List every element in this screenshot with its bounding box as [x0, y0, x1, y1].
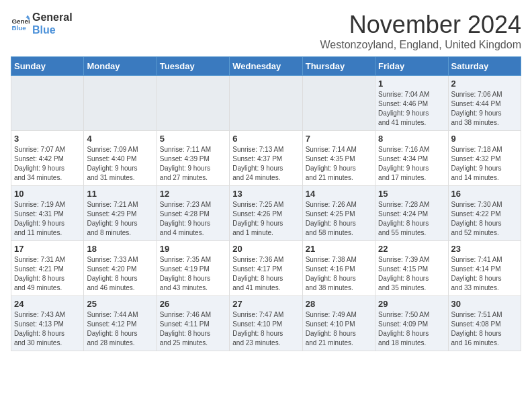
day-info: Sunrise: 7:38 AM Sunset: 4:16 PM Dayligh… — [306, 255, 372, 293]
day-number: 14 — [306, 189, 372, 199]
day-info: Sunrise: 7:49 AM Sunset: 4:10 PM Dayligh… — [306, 310, 372, 348]
logo-icon: General Blue — [11, 14, 30, 33]
day-info: Sunrise: 7:11 AM Sunset: 4:39 PM Dayligh… — [160, 145, 226, 183]
day-number: 23 — [451, 244, 518, 254]
day-number: 2 — [451, 79, 518, 89]
calendar-cell: 29Sunrise: 7:50 AM Sunset: 4:09 PM Dayli… — [375, 296, 448, 351]
calendar-cell: 8Sunrise: 7:16 AM Sunset: 4:34 PM Daylig… — [375, 131, 448, 186]
calendar-week-3: 10Sunrise: 7:19 AM Sunset: 4:31 PM Dayli… — [11, 186, 521, 241]
weekday-header-sunday: Sunday — [11, 57, 84, 76]
day-number: 25 — [87, 299, 153, 309]
day-number: 28 — [306, 299, 372, 309]
day-number: 6 — [232, 134, 299, 144]
day-number: 7 — [306, 134, 372, 144]
day-number: 17 — [14, 244, 81, 254]
weekday-header-saturday: Saturday — [448, 57, 521, 76]
day-info: Sunrise: 7:39 AM Sunset: 4:15 PM Dayligh… — [378, 255, 445, 293]
calendar-cell — [230, 76, 302, 131]
calendar-cell: 10Sunrise: 7:19 AM Sunset: 4:31 PM Dayli… — [11, 186, 84, 241]
day-number: 1 — [378, 79, 445, 89]
month-title: November 2024 — [320, 11, 521, 39]
calendar-cell: 4Sunrise: 7:09 AM Sunset: 4:40 PM Daylig… — [84, 131, 157, 186]
calendar-week-1: 1Sunrise: 7:04 AM Sunset: 4:46 PM Daylig… — [11, 76, 521, 131]
calendar-cell — [302, 76, 375, 131]
day-info: Sunrise: 7:16 AM Sunset: 4:34 PM Dayligh… — [378, 145, 445, 183]
calendar-cell: 22Sunrise: 7:39 AM Sunset: 4:15 PM Dayli… — [375, 241, 448, 296]
day-number: 16 — [451, 189, 518, 199]
logo-blue: Blue — [32, 24, 73, 36]
day-number: 3 — [14, 134, 81, 144]
calendar-cell: 1Sunrise: 7:04 AM Sunset: 4:46 PM Daylig… — [375, 76, 448, 131]
weekday-header-tuesday: Tuesday — [157, 57, 229, 76]
day-info: Sunrise: 7:50 AM Sunset: 4:09 PM Dayligh… — [378, 310, 445, 348]
day-number: 20 — [232, 244, 299, 254]
calendar-cell: 18Sunrise: 7:33 AM Sunset: 4:20 PM Dayli… — [84, 241, 157, 296]
day-number: 15 — [378, 189, 445, 199]
day-number: 8 — [378, 134, 445, 144]
day-number: 11 — [87, 189, 153, 199]
calendar-cell: 20Sunrise: 7:36 AM Sunset: 4:17 PM Dayli… — [230, 241, 302, 296]
day-number: 26 — [160, 299, 226, 309]
header-row: SundayMondayTuesdayWednesdayThursdayFrid… — [11, 57, 521, 76]
calendar-cell — [157, 76, 229, 131]
calendar-cell: 19Sunrise: 7:35 AM Sunset: 4:19 PM Dayli… — [157, 241, 229, 296]
day-number: 22 — [378, 244, 445, 254]
day-info: Sunrise: 7:09 AM Sunset: 4:40 PM Dayligh… — [87, 145, 153, 183]
day-number: 24 — [14, 299, 81, 309]
calendar-cell: 30Sunrise: 7:51 AM Sunset: 4:08 PM Dayli… — [448, 296, 521, 351]
calendar-table: SundayMondayTuesdayWednesdayThursdayFrid… — [11, 56, 521, 351]
calendar-cell: 28Sunrise: 7:49 AM Sunset: 4:10 PM Dayli… — [302, 296, 375, 351]
day-number: 10 — [14, 189, 81, 199]
day-info: Sunrise: 7:23 AM Sunset: 4:28 PM Dayligh… — [160, 200, 226, 238]
day-info: Sunrise: 7:13 AM Sunset: 4:37 PM Dayligh… — [232, 145, 299, 183]
weekday-header-wednesday: Wednesday — [230, 57, 302, 76]
calendar-cell: 24Sunrise: 7:43 AM Sunset: 4:13 PM Dayli… — [11, 296, 84, 351]
location-title: Westonzoyland, England, United Kingdom — [320, 39, 521, 51]
day-info: Sunrise: 7:25 AM Sunset: 4:26 PM Dayligh… — [232, 200, 299, 238]
calendar-week-2: 3Sunrise: 7:07 AM Sunset: 4:42 PM Daylig… — [11, 131, 521, 186]
day-number: 12 — [160, 189, 226, 199]
calendar-cell: 6Sunrise: 7:13 AM Sunset: 4:37 PM Daylig… — [230, 131, 302, 186]
calendar-cell: 26Sunrise: 7:46 AM Sunset: 4:11 PM Dayli… — [157, 296, 229, 351]
calendar-cell: 3Sunrise: 7:07 AM Sunset: 4:42 PM Daylig… — [11, 131, 84, 186]
calendar-cell: 25Sunrise: 7:44 AM Sunset: 4:12 PM Dayli… — [84, 296, 157, 351]
calendar-cell: 14Sunrise: 7:26 AM Sunset: 4:25 PM Dayli… — [302, 186, 375, 241]
calendar-cell: 16Sunrise: 7:30 AM Sunset: 4:22 PM Dayli… — [448, 186, 521, 241]
calendar-cell: 21Sunrise: 7:38 AM Sunset: 4:16 PM Dayli… — [302, 241, 375, 296]
day-info: Sunrise: 7:06 AM Sunset: 4:44 PM Dayligh… — [451, 90, 518, 128]
svg-marker-2 — [26, 15, 30, 18]
calendar-week-5: 24Sunrise: 7:43 AM Sunset: 4:13 PM Dayli… — [11, 296, 521, 351]
day-info: Sunrise: 7:30 AM Sunset: 4:22 PM Dayligh… — [451, 200, 518, 238]
weekday-header-friday: Friday — [375, 57, 448, 76]
logo: General Blue General Blue — [11, 11, 73, 36]
day-number: 29 — [378, 299, 445, 309]
day-info: Sunrise: 7:47 AM Sunset: 4:10 PM Dayligh… — [232, 310, 299, 348]
day-info: Sunrise: 7:14 AM Sunset: 4:35 PM Dayligh… — [306, 145, 372, 183]
weekday-header-monday: Monday — [84, 57, 157, 76]
day-info: Sunrise: 7:07 AM Sunset: 4:42 PM Dayligh… — [14, 145, 81, 183]
day-info: Sunrise: 7:28 AM Sunset: 4:24 PM Dayligh… — [378, 200, 445, 238]
day-info: Sunrise: 7:36 AM Sunset: 4:17 PM Dayligh… — [232, 255, 299, 293]
calendar-cell: 9Sunrise: 7:18 AM Sunset: 4:32 PM Daylig… — [448, 131, 521, 186]
day-number: 13 — [232, 189, 299, 199]
header: General Blue General Blue November 2024 … — [11, 11, 521, 51]
day-number: 27 — [232, 299, 299, 309]
calendar-cell: 15Sunrise: 7:28 AM Sunset: 4:24 PM Dayli… — [375, 186, 448, 241]
day-info: Sunrise: 7:21 AM Sunset: 4:29 PM Dayligh… — [87, 200, 153, 238]
calendar-cell: 2Sunrise: 7:06 AM Sunset: 4:44 PM Daylig… — [448, 76, 521, 131]
day-info: Sunrise: 7:43 AM Sunset: 4:13 PM Dayligh… — [14, 310, 81, 348]
day-number: 5 — [160, 134, 226, 144]
weekday-header-thursday: Thursday — [302, 57, 375, 76]
day-info: Sunrise: 7:33 AM Sunset: 4:20 PM Dayligh… — [87, 255, 153, 293]
calendar-week-4: 17Sunrise: 7:31 AM Sunset: 4:21 PM Dayli… — [11, 241, 521, 296]
day-info: Sunrise: 7:18 AM Sunset: 4:32 PM Dayligh… — [451, 145, 518, 183]
day-number: 18 — [87, 244, 153, 254]
day-info: Sunrise: 7:26 AM Sunset: 4:25 PM Dayligh… — [306, 200, 372, 238]
calendar-cell: 7Sunrise: 7:14 AM Sunset: 4:35 PM Daylig… — [302, 131, 375, 186]
day-info: Sunrise: 7:31 AM Sunset: 4:21 PM Dayligh… — [14, 255, 81, 293]
day-number: 30 — [451, 299, 518, 309]
calendar-cell: 23Sunrise: 7:41 AM Sunset: 4:14 PM Dayli… — [448, 241, 521, 296]
day-info: Sunrise: 7:04 AM Sunset: 4:46 PM Dayligh… — [378, 90, 445, 128]
day-info: Sunrise: 7:35 AM Sunset: 4:19 PM Dayligh… — [160, 255, 226, 293]
day-info: Sunrise: 7:19 AM Sunset: 4:31 PM Dayligh… — [14, 200, 81, 238]
